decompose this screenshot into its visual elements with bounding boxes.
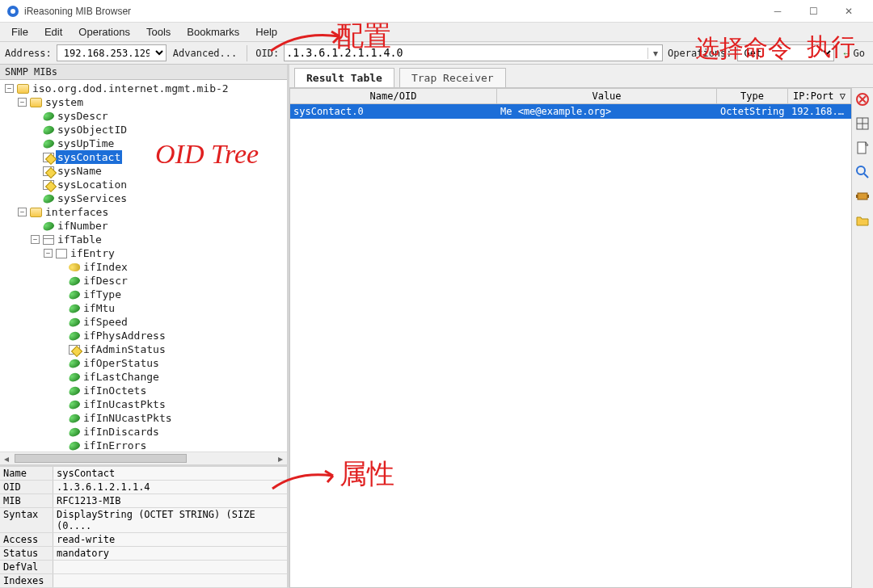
tree-item-iflastchange[interactable]: ifLastChange [55,370,287,384]
header-ipport[interactable]: IP:Port ▽ [788,89,851,103]
window-title: iReasoning MIB Browser [24,6,131,17]
operations-combo[interactable]: Get [737,44,834,61]
tool-component[interactable] [854,188,871,204]
tool-grid[interactable] [854,116,871,132]
address-label: Address: [3,48,53,59]
operations-label: Operations: [666,48,733,59]
tree-item-ifphysaddress[interactable]: ifPhysAddress [55,329,287,342]
tree-item-ifmtu[interactable]: ifMtu [55,301,287,315]
menu-bookmarks[interactable]: Bookmarks [179,23,247,40]
tab-trap-receiver[interactable]: Trap Receiver [399,68,506,87]
tool-delete[interactable] [854,91,871,107]
right-tabs: Result Table Trap Receiver [289,65,873,88]
tree-iftable[interactable]: − ifTable [29,233,287,246]
tree-item-ifinucastpkts[interactable]: ifInUcastPkts [55,397,287,411]
leaf-icon [68,357,82,368]
tree-item-ifinerrors[interactable]: ifInErrors [55,439,287,452]
oid-label: OID: [254,48,280,59]
leaf-icon [68,439,82,451]
chevron-down-icon[interactable]: ▾ [647,48,662,59]
header-type[interactable]: Type [717,89,788,103]
tree-ifentry[interactable]: − ifEntry [42,246,287,260]
leaf-icon [42,137,56,149]
detail-row-access: Accessread-write [0,533,287,547]
header-value[interactable]: Value [497,89,717,103]
tree-item-sysname[interactable]: sysName [29,164,287,178]
tab-result-table[interactable]: Result Table [294,68,394,87]
svg-point-10 [857,166,865,174]
detail-row-syntax: SyntaxDisplayString (OCTET STRING) (SIZE… [0,508,287,533]
tree-item-ifindex[interactable]: ifIndex [55,260,287,274]
address-combo[interactable]: 192.168.253.129 [57,44,167,61]
tree-item-ifdescr[interactable]: ifDescr [55,274,287,288]
leaf-icon [69,263,80,271]
tree-item-ifinoctets[interactable]: ifInOctets [55,384,287,397]
detail-row-status: Statusmandatory [0,547,287,561]
tree-hscrollbar[interactable]: ◂▸ [0,452,287,464]
menu-operations[interactable]: Operations [70,23,138,40]
tree-item-sysdescr[interactable]: sysDescr [29,109,287,123]
tool-open[interactable] [854,212,871,229]
detail-row-name: NamesysContact [0,467,287,481]
leaf-icon [43,153,54,162]
menu-edit[interactable]: Edit [36,23,70,40]
tree-item-iftype[interactable]: ifType [55,288,287,301]
side-toolbar [852,88,873,588]
app-logo-icon [6,5,19,18]
header-name[interactable]: Name/OID [290,89,497,103]
tree-item-syscontact[interactable]: sysContact [29,150,287,164]
leaf-icon [68,412,82,423]
minimize-button[interactable]: ─ [760,0,795,23]
result-row[interactable]: sysContact.0 Me <me@example.org> OctetSt… [290,104,851,119]
mib-tree[interactable]: − iso.org.dod.internet.mgmt.mib-2 − syst… [0,80,287,452]
go-label: Go [854,48,865,59]
tree-system[interactable]: − system [16,95,287,109]
tree-root[interactable]: − iso.org.dod.internet.mgmt.mib-2 [3,82,287,95]
menu-help[interactable]: Help [247,23,285,40]
menu-file[interactable]: File [3,23,36,40]
leaf-icon [68,384,82,396]
detail-row-oid: OID.1.3.6.1.2.1.1.4 [0,481,287,494]
oid-combo[interactable]: ▾ [284,44,663,61]
leaf-icon [68,426,82,437]
tree-item-syslocation[interactable]: sysLocation [29,178,287,191]
svg-rect-12 [858,193,867,200]
tree-item-ifinnucastpkts[interactable]: ifInNUcastPkts [55,411,287,425]
go-button[interactable]: ↔ Go [837,48,870,59]
tree-interfaces[interactable]: − interfaces [16,205,287,219]
leaf-icon [42,124,56,135]
tree-item-sysuptime[interactable]: sysUpTime [29,136,287,150]
tool-search[interactable] [854,164,871,180]
entry-icon [56,249,67,258]
tree-ifnumber[interactable]: ifNumber [29,219,287,233]
tree-item-ifoperstatus[interactable]: ifOperStatus [55,356,287,370]
leaf-icon [68,371,82,382]
leaf-icon [68,398,82,410]
leaf-icon [68,330,82,341]
tree-item-ifindiscards[interactable]: ifInDiscards [55,425,287,439]
toolbar: Address: 192.168.253.129 Advanced... OID… [0,42,873,65]
close-button[interactable]: ✕ [831,0,867,23]
folder-icon [30,98,42,107]
leaf-icon [42,220,56,231]
leaf-icon [68,302,82,313]
go-icon: ↔ [842,48,852,59]
oid-input[interactable] [285,45,647,61]
menu-tools[interactable]: Tools [138,23,179,40]
details-panel: NamesysContactOID.1.3.6.1.2.1.1.4MIBRFC1… [0,464,287,588]
table-icon [43,235,54,245]
tree-item-sysobjectid[interactable]: sysObjectID [29,123,287,136]
tree-item-ifadminstatus[interactable]: ifAdminStatus [55,342,287,356]
folder-icon [30,208,42,217]
detail-row-mib: MIBRFC1213-MIB [0,494,287,508]
title-bar: iReasoning MIB Browser ─ ☐ ✕ [0,0,873,23]
advanced-button[interactable]: Advanced... [170,46,240,61]
tree-item-sysservices[interactable]: sysServices [29,191,287,205]
maximize-button[interactable]: ☐ [795,0,831,23]
tree-item-ifspeed[interactable]: ifSpeed [55,315,287,329]
folder-icon [17,84,29,94]
leaf-icon [68,316,82,327]
tool-new[interactable] [854,140,871,156]
leaf-icon [69,345,80,355]
result-table: Name/OID Value Type IP:Port ▽ sysContact… [289,88,852,588]
